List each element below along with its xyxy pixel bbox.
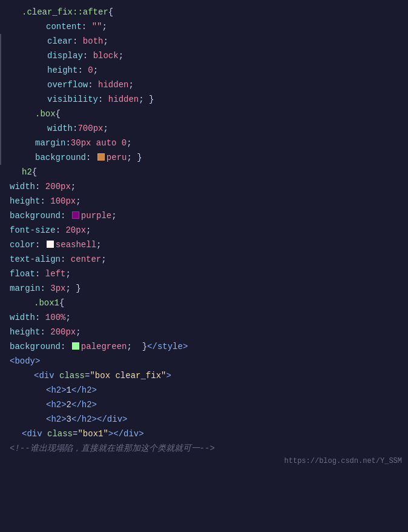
code-token-brace: { (56, 107, 61, 121)
code-token-semicolon: ; (93, 64, 98, 77)
code-token-colon: : (61, 340, 71, 353)
code-editor: .clear_fix::after{content: "";clear: bot… (0, 0, 408, 532)
code-token-html-tag: <h2> (46, 384, 67, 397)
code-token-semicolon: ; (127, 136, 131, 150)
code-token-semicolon: ; (96, 238, 101, 251)
code-token-punctuation: = (73, 427, 77, 441)
code-token-colon: : (35, 180, 45, 193)
color-swatch (72, 342, 79, 350)
code-token-semicolon: ; (86, 224, 91, 237)
code-token-semicolon: ; (103, 35, 108, 48)
code-line: <h2>2</h2> (0, 397, 408, 412)
code-line: h2{ (0, 165, 408, 179)
code-token-colon: : (35, 238, 45, 251)
code-line: .box1{ (0, 296, 408, 310)
code-token-semicolon: ; (71, 180, 76, 193)
code-token-brace: } (76, 282, 81, 295)
code-token-semicolon: ; (127, 151, 137, 164)
code-token-html-tag: <div (22, 427, 47, 441)
color-swatch (72, 211, 79, 219)
code-token-property: visibility (47, 93, 98, 106)
code-token-colon: : (98, 93, 108, 106)
code-token-value-string: "" (92, 20, 102, 33)
code-line: background: palegreen; }</style> (0, 339, 408, 354)
code-token-colon: : (65, 136, 70, 150)
code-line: height: 100px; (0, 194, 408, 208)
code-token-tag: </style> (147, 340, 188, 353)
code-line: .box{ (0, 107, 408, 121)
code-line: font-size: 20px; (0, 223, 408, 238)
code-token-semicolon: ; (65, 282, 76, 295)
code-token-property: clear (47, 35, 73, 48)
code-line: text-align: center; (0, 252, 408, 267)
code-token-colon: : (35, 311, 45, 324)
code-token-brace: } (149, 93, 154, 106)
code-token-property: color (10, 238, 35, 251)
code-token-attr-name: class (59, 369, 85, 382)
code-token-punctuation: = (85, 369, 90, 382)
code-line: visibility: hidden; } (0, 92, 408, 107)
code-token-html-tag: </h2> (71, 398, 97, 411)
code-token-html-tag: > (166, 369, 171, 382)
code-token-colon: : (82, 20, 92, 33)
code-token-value-color-name: 700px (77, 122, 103, 135)
code-line: overflow: hidden; (0, 78, 408, 92)
code-token-property: overflow (47, 78, 88, 91)
code-token-property: width (10, 180, 35, 193)
code-token-property: height (10, 195, 40, 208)
code-token-semicolon: ; (76, 325, 81, 339)
code-token-colon: : (83, 49, 93, 62)
code-token-html-tag: </h2> (71, 413, 97, 426)
code-token-value-color-name: seashell (56, 238, 96, 251)
code-token-brace: } (137, 151, 142, 164)
code-line: width: 200px; (0, 179, 408, 194)
code-token-colon: : (61, 209, 71, 222)
code-line: height: 200px; (0, 325, 408, 339)
code-token-html-tag: <div (34, 369, 59, 382)
code-token-colon: : (40, 195, 50, 208)
code-token-semicolon: ; (128, 78, 133, 91)
code-line: content: ""; (0, 19, 408, 34)
code-token-text: 2 (67, 398, 71, 411)
code-token-property: background (10, 209, 61, 222)
code-token-semicolon: ; (119, 49, 123, 62)
code-line: <h2>3</h2></div> (0, 412, 408, 427)
code-token-attr-value: "box1" (77, 427, 108, 441)
code-token-colon: : (61, 253, 71, 266)
code-token-value-color-name: 200px (45, 180, 71, 193)
code-token-brace: } (142, 340, 147, 353)
code-token-value-color-name: purple (81, 209, 111, 222)
code-token-semicolon: ; (127, 340, 142, 353)
code-token-value-color-name: both (83, 35, 104, 48)
code-line: display: block; (0, 48, 408, 63)
code-line: margin:30px auto 0; (0, 136, 408, 150)
code-token-comment: <!--谁出现塌陷，直接就在谁那加这个类就就可一--> (10, 442, 215, 455)
code-token-semicolon: ; (101, 253, 106, 266)
code-token-semicolon: ; (65, 267, 70, 281)
code-line: width:700px; (0, 121, 408, 136)
code-token-semicolon: ; (111, 209, 116, 222)
code-token-semicolon: ; (65, 311, 70, 324)
code-line: margin: 3px; } (0, 281, 408, 296)
code-token-html-tag: </div> (97, 413, 127, 426)
code-token-colon: : (35, 267, 45, 281)
code-token-colon: : (77, 64, 88, 77)
code-token-value-color-name: palegreen (81, 340, 127, 353)
code-token-html-tag: <body> (10, 354, 40, 368)
code-line: <div class="box clear_fix"> (0, 368, 408, 383)
code-token-html-tag: <h2> (46, 398, 67, 411)
code-token-selector: .box1 (34, 296, 59, 310)
code-token-colon: : (40, 282, 50, 295)
code-token-value-color-name: 20px (65, 224, 86, 237)
code-token-value-color-name: left (45, 267, 66, 281)
code-token-property: margin (35, 136, 65, 150)
code-token-semicolon: ; (103, 122, 108, 135)
code-token-text: 3 (67, 413, 71, 426)
code-token-attr-value: "box clear_fix" (90, 369, 166, 382)
code-line: <body> (0, 354, 408, 368)
code-token-brace: { (59, 296, 64, 310)
code-line: <h2>1</h2> (0, 383, 408, 397)
code-token-value-color-name: hidden (108, 93, 139, 106)
url-bar: https://blog.csdn.net/Y_SSM (285, 457, 402, 465)
code-token-value-color-name: hidden (98, 78, 128, 91)
